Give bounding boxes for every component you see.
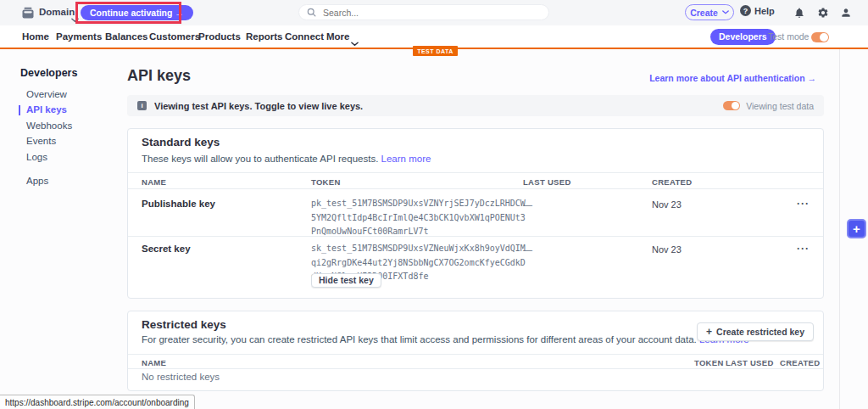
- col-name: NAME: [142, 358, 166, 367]
- table-header-row: NAME TOKEN LAST USED CREATED: [128, 172, 823, 189]
- viewing-test-data-label: Viewing test data: [746, 101, 814, 111]
- col-token: TOKEN: [311, 177, 341, 187]
- last-used-value: —: [523, 199, 532, 210]
- hide-test-key-button[interactable]: Hide test key: [311, 273, 381, 288]
- test-data-badge: TEST DATA: [413, 46, 458, 56]
- key-name: Publishable key: [142, 199, 215, 209]
- empty-state-text: No restricted keys: [142, 372, 220, 382]
- col-token: TOKEN: [694, 358, 724, 367]
- right-edge-divider: [839, 49, 840, 409]
- restricted-keys-card: Restricted keys For greater security, yo…: [127, 311, 824, 391]
- help-button[interactable]: ? Help: [740, 5, 775, 16]
- table-row-secret-key: Secret key sk_test_51M7BSMSDP9UxsVZNeuWj…: [128, 237, 823, 299]
- key-token[interactable]: pk_test_51M7BSMSDP9UxsVZNYrjSEJ7yDczLRHD…: [311, 197, 528, 239]
- browser-status-url: https://dashboard.stripe.com/account/onb…: [0, 395, 195, 409]
- test-keys-banner: i Viewing test API keys. Toggle to view …: [127, 95, 824, 116]
- nav-connect[interactable]: Connect: [285, 25, 324, 48]
- api-auth-learn-link[interactable]: Learn more about API authentication →: [649, 73, 816, 83]
- sidebar-item-api-keys[interactable]: API keys: [26, 104, 67, 115]
- extension-plus-button[interactable]: +: [847, 219, 866, 238]
- create-button[interactable]: Create: [685, 4, 734, 20]
- standard-keys-card: Standard keys These keys will allow you …: [127, 128, 824, 299]
- create-restricted-key-label: Create restricted key: [716, 327, 804, 337]
- sidebar-item-webhooks[interactable]: Webhooks: [26, 120, 72, 131]
- chevron-down-icon: [722, 10, 729, 14]
- sidebar-heading: Developers: [20, 67, 77, 79]
- storefront-icon: [22, 7, 34, 19]
- search-bar[interactable]: [298, 4, 549, 20]
- nav-payments[interactable]: Payments: [56, 25, 102, 48]
- create-button-label: Create: [690, 8, 718, 18]
- standard-learn-more-link[interactable]: Learn more: [381, 154, 431, 164]
- nav-customers[interactable]: Customers: [149, 25, 200, 48]
- test-mode-label: Test mode: [768, 31, 809, 42]
- sidebar-active-indicator: [19, 105, 20, 115]
- nav-home[interactable]: Home: [22, 25, 49, 48]
- key-name: Secret key: [142, 244, 191, 254]
- test-mode-toggle[interactable]: [811, 32, 829, 42]
- create-restricted-key-button[interactable]: + Create restricted key: [697, 322, 814, 341]
- toggle-knob: [732, 102, 739, 109]
- overflow-menu-icon[interactable]: ···: [797, 198, 810, 210]
- created-value: Nov 23: [652, 199, 682, 210]
- toggle-knob: [820, 33, 828, 42]
- search-input[interactable]: [321, 7, 525, 19]
- standard-keys-description: These keys will allow you to authenticat…: [142, 154, 431, 164]
- bell-icon[interactable]: [793, 7, 805, 19]
- info-icon: i: [137, 101, 147, 110]
- table-header-row: NAME TOKEN LAST USED CREATED: [128, 354, 823, 369]
- last-used-value: —: [523, 244, 532, 255]
- description-text: For greater security, you can create res…: [142, 334, 697, 345]
- question-icon: ?: [740, 5, 751, 16]
- help-label: Help: [754, 6, 775, 16]
- user-avatar-icon[interactable]: [840, 7, 852, 19]
- nav-reports[interactable]: Reports: [246, 25, 282, 48]
- col-last-used: LAST USED: [523, 177, 571, 187]
- col-last-used: LAST USED: [726, 358, 774, 367]
- stripe-dashboard: Domain Continue activating → Create ? He…: [0, 0, 868, 409]
- col-name: NAME: [142, 177, 166, 187]
- created-value: Nov 23: [652, 244, 682, 255]
- plus-icon: +: [706, 326, 712, 338]
- standard-keys-title: Standard keys: [142, 136, 220, 148]
- page-title: API keys: [127, 67, 191, 85]
- col-created: CREATED: [652, 177, 692, 187]
- banner-text: Viewing test API keys. Toggle to view li…: [154, 101, 363, 111]
- gear-icon[interactable]: [817, 7, 829, 19]
- table-row-publishable-key: Publishable key pk_test_51M7BSMSDP9UxsVZ…: [128, 189, 823, 237]
- developers-pill[interactable]: Developers: [710, 29, 776, 45]
- account-name[interactable]: Domain: [39, 7, 75, 17]
- restricted-keys-description: For greater security, you can create res…: [142, 334, 749, 345]
- nav-more[interactable]: More: [326, 25, 349, 48]
- restricted-keys-title: Restricted keys: [142, 318, 226, 331]
- chevron-down-icon: [351, 35, 359, 50]
- sidebar-item-overview[interactable]: Overview: [26, 89, 67, 99]
- overflow-menu-icon[interactable]: ···: [797, 243, 810, 255]
- nav-balances[interactable]: Balances: [105, 25, 148, 48]
- sidebar-item-events[interactable]: Events: [26, 136, 56, 146]
- top-bar: Domain Continue activating → Create ? He…: [0, 0, 868, 25]
- viewing-test-data-toggle[interactable]: [723, 101, 740, 110]
- red-annotation-box: [75, 2, 181, 24]
- description-text: These keys will allow you to authenticat…: [142, 154, 378, 164]
- col-created: CREATED: [780, 358, 820, 367]
- sidebar-item-apps[interactable]: Apps: [26, 176, 48, 186]
- sidebar-item-logs[interactable]: Logs: [26, 152, 47, 162]
- search-icon: [307, 5, 316, 20]
- nav-products[interactable]: Products: [198, 25, 241, 48]
